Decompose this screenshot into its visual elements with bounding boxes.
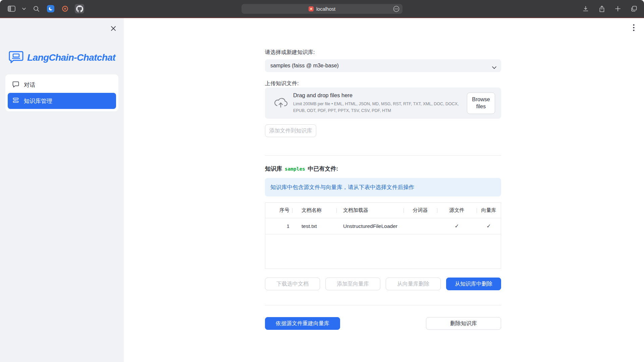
cell-vector-check: ✓	[477, 218, 501, 234]
info-banner-text: 知识库中包含源文件与向量库，请从下表中选择文件后操作	[270, 184, 414, 191]
cloud-upload-icon	[274, 97, 288, 109]
download-selected-button[interactable]: 下载选中文档	[265, 278, 320, 290]
files-table-header: 序号 文档名称 文档加载器 分词器 源文件 向量库	[265, 203, 501, 218]
toolbar-right-group	[581, 0, 639, 17]
app-menu-icon[interactable]	[629, 23, 638, 32]
chat-bubble-logo-icon	[9, 50, 23, 65]
knowledge-base-icon	[12, 97, 19, 105]
delete-from-kb-button[interactable]: 从知识库中删除	[446, 278, 501, 290]
sidebar-close-button[interactable]	[108, 23, 118, 34]
tab-overview-icon[interactable]	[629, 4, 639, 13]
address-url: localhost	[316, 6, 335, 12]
col-header-source: 源文件	[437, 203, 477, 218]
col-header-splitter: 分词器	[404, 203, 437, 218]
extension-blue-icon[interactable]	[46, 4, 55, 13]
chevron-down-icon	[492, 64, 496, 70]
delete-kb-button[interactable]: 删除知识库	[426, 317, 501, 330]
sidebar-menu: 对话 知识库管理	[5, 74, 118, 111]
divider	[265, 305, 501, 305]
search-icon[interactable]	[32, 4, 41, 13]
select-kb-label: 请选择或新建知识库:	[265, 49, 315, 56]
cell-loader: UnstructuredFileLoader	[336, 218, 404, 234]
kb-selectbox[interactable]: samples (faiss @ m3e-base)	[265, 59, 501, 72]
upload-label: 上传知识文件:	[265, 80, 299, 87]
app-logo: LangChain-Chatchat	[9, 50, 115, 65]
cell-filename: test.txt	[292, 218, 336, 234]
divider	[265, 155, 501, 156]
cell-splitter	[404, 218, 437, 234]
kb-page: 请选择或新建知识库: samples (faiss @ m3e-base) 上传…	[265, 18, 501, 362]
col-header-index: 序号	[265, 203, 292, 218]
toolbar-left-group	[7, 0, 84, 17]
main-content: 请选择或新建知识库: samples (faiss @ m3e-base) 上传…	[124, 18, 644, 362]
sidebar-toggle-icon[interactable]	[7, 4, 16, 13]
kb-bottom-buttons: 依据源文件重建向量库 删除知识库	[265, 317, 501, 330]
add-files-button[interactable]: 添加文件到知识库	[265, 124, 316, 137]
share-icon[interactable]	[597, 4, 606, 13]
address-bar[interactable]: localhost	[241, 4, 402, 14]
sidebar-item-label: 知识库管理	[24, 97, 52, 105]
info-banner: 知识库中包含源文件与向量库，请从下表中选择文件后操作	[265, 178, 501, 196]
file-dropzone[interactable]: Drag and drop files here Limit 200MB per…	[265, 87, 501, 119]
cell-index: 1	[265, 218, 292, 234]
sidebar: LangChain-Chatchat 对话	[0, 18, 124, 362]
files-table[interactable]: 序号 文档名称 文档加载器 分词器 源文件 向量库 1 test.txt Uns…	[265, 202, 501, 269]
site-favicon	[309, 6, 314, 11]
github-extension-icon[interactable]	[75, 4, 84, 13]
sidebar-item-knowledge-base[interactable]: 知识库管理	[8, 93, 116, 109]
heading-suffix: 中已有文件:	[306, 166, 338, 172]
downloads-icon[interactable]	[581, 4, 590, 13]
extensions-menu-icon[interactable]	[393, 6, 399, 12]
kb-selectbox-value: samples (faiss @ m3e-base)	[270, 63, 339, 69]
heading-prefix: 知识库	[265, 166, 284, 172]
rebuild-vectorstore-button[interactable]: 依据源文件重建向量库	[265, 317, 340, 330]
col-header-loader: 文档加载器	[336, 203, 404, 218]
dropzone-title: Drag and drop files here	[293, 92, 467, 99]
delete-from-vectorstore-button[interactable]: 从向量库删除	[386, 278, 441, 290]
dropzone-hint: Limit 200MB per file • EML, HTML, JSON, …	[293, 101, 467, 114]
browser-toolbar: localhost	[0, 0, 644, 17]
new-tab-icon[interactable]	[613, 4, 623, 13]
table-row[interactable]: 1 test.txt UnstructuredFileLoader ✓ ✓	[265, 218, 501, 234]
app-logo-text: LangChain-Chatchat	[27, 52, 115, 63]
dropzone-text: Drag and drop files here Limit 200MB per…	[293, 92, 467, 114]
sidebar-item-dialogue[interactable]: 对话	[8, 77, 116, 93]
browse-files-button[interactable]: Browse files	[467, 93, 495, 114]
file-action-buttons: 下载选中文档 添加至向量库 从向量库删除 从知识库中删除	[265, 278, 501, 290]
col-header-filename: 文档名称	[292, 203, 336, 218]
kb-files-heading: 知识库 samples 中已有文件:	[265, 165, 338, 173]
add-to-vectorstore-button[interactable]: 添加至向量库	[325, 278, 380, 290]
heading-kb-name: samples	[284, 166, 306, 172]
chevron-down-icon[interactable]	[21, 4, 26, 13]
sidebar-item-label: 对话	[24, 81, 35, 89]
extension-orange-icon[interactable]	[60, 4, 70, 13]
chat-icon	[12, 81, 19, 89]
cell-source-check: ✓	[437, 218, 477, 234]
col-header-vector: 向量库	[477, 203, 501, 218]
